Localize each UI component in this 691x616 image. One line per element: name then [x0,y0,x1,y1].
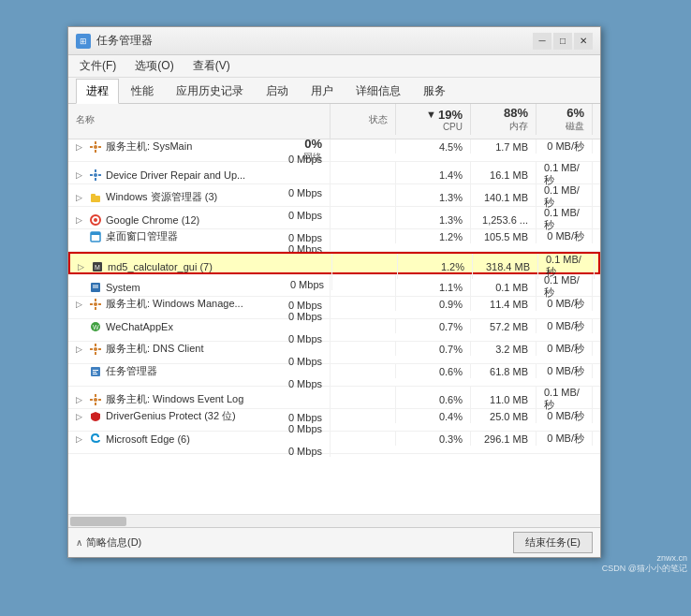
process-status-cell [331,432,396,446]
svg-point-27 [94,347,97,351]
svg-text:W: W [93,324,99,330]
col-memory-header[interactable]: 88% 内存 [471,104,537,135]
process-icon: M [91,260,104,273]
col-status-label: 状态 [369,113,388,126]
process-disk-cell: 0 MB/秒 [537,364,593,378]
process-name: 桌面窗口管理器 [106,229,178,243]
process-status-cell [331,184,396,210]
process-memory-cell: 1,253.6 ... [471,207,537,232]
col-name-header[interactable]: 名称 [68,104,331,135]
menu-file[interactable]: 文件(F) [76,57,120,75]
process-cpu-cell: 1.2% [396,229,471,243]
process-name-cell: ▷ Google Chrome (12) [68,207,331,232]
table-row[interactable]: 桌面窗口管理器 1.2% 105.5 MB 0 MB/秒 0 Mbps [68,229,600,252]
bottom-bar: ∧ 简略信息(D) 结束任务(E) [68,527,600,557]
table-row[interactable]: ▷ Microsoft Edge (6) 0.3% 296.1 MB 0 MB/… [68,432,600,454]
close-button[interactable]: ✕ [574,33,593,50]
expand-arrow[interactable]: ▷ [76,345,85,354]
process-disk: 0.1 MB/秒 [544,162,584,187]
process-cpu-cell: 4.5% [396,139,471,154]
expand-arrow[interactable]: ▷ [76,215,85,225]
expand-arrow[interactable]: ▷ [76,193,85,202]
process-disk: 0.1 MB/秒 [544,207,584,232]
process-disk-cell: 0.1 MB/秒 [537,387,593,412]
expand-arrow[interactable]: ▷ [78,262,87,271]
process-icon: W [89,320,102,333]
tab-users[interactable]: 用户 [301,79,344,103]
process-cpu: 1.2% [441,261,464,272]
svg-rect-28 [95,344,96,346]
process-memory: 11.4 MB [490,299,528,310]
expand-arrow[interactable]: ▷ [76,142,85,152]
expand-arrow[interactable]: ▷ [76,395,85,404]
table-row[interactable]: 任务管理器 0.6% 61.8 MB 0 MB/秒 0 Mbps [68,364,600,387]
svg-rect-23 [90,303,93,305]
process-memory: 140.1 MB [484,192,528,203]
svg-rect-35 [93,374,97,374]
svg-rect-4 [98,146,101,148]
process-memory-cell: 318.4 MB [473,254,538,279]
svg-point-5 [94,173,97,177]
svg-rect-30 [90,348,93,350]
table-row[interactable]: ▷ M md5_calculator_gui (7) 1.2% 318.4 MB… [68,252,600,274]
process-disk: 0 MB/秒 [547,432,584,446]
process-disk-cell: 0.1 MB/秒 [537,162,593,187]
process-disk: 0 MB/秒 [547,139,584,154]
window-title: 任务管理器 [96,33,153,49]
expand-arrow[interactable]: ▷ [76,412,85,421]
process-icon [89,410,102,423]
process-list[interactable]: ▷ 服务主机: SysMain 4.5% 1.7 MB 0 MB/秒 0 Mbp… [68,139,600,514]
process-memory: 11.0 MB [490,394,528,405]
table-row[interactable]: W WeChatAppEx 0.7% 57.2 MB 0 MB/秒 0 Mbps [68,319,600,342]
process-status-cell [331,319,396,333]
table-row[interactable]: ▷ Windows 资源管理器 (3) 1.3% 140.1 MB 0.1 MB… [68,184,600,207]
svg-point-20 [94,302,97,306]
menu-options[interactable]: 选项(O) [131,57,177,75]
process-status-cell [331,162,396,187]
table-row[interactable]: ▷ 服务主机: Windows Manage... 0.9% 11.4 MB 0… [68,297,600,319]
tab-performance[interactable]: 性能 [121,79,164,103]
summary-info[interactable]: ∧ 简略信息(D) [76,535,141,550]
table-row[interactable]: ▷ Google Chrome (12) 1.3% 1,253.6 ... 0.… [68,207,600,229]
summary-label: 简略信息(D) [86,535,141,550]
menu-view[interactable]: 查看(V) [189,57,234,75]
maximize-button[interactable]: □ [553,33,572,50]
process-disk-cell: 0 MB/秒 [537,342,593,356]
title-controls: ─ □ ✕ [533,33,593,50]
svg-rect-8 [90,174,93,176]
scroll-thumb[interactable] [70,517,126,526]
svg-rect-3 [90,146,93,148]
tab-startup[interactable]: 启动 [256,79,299,103]
process-name-cell: ▷ Windows 资源管理器 (3) [68,184,331,210]
horizontal-scrollbar[interactable] [68,514,600,527]
memory-label: 内存 [509,120,528,133]
svg-rect-9 [98,174,101,176]
table-row[interactable]: ▷ 服务主机: Windows Event Log 0.6% 11.0 MB 0… [68,387,600,409]
tab-processes[interactable]: 进程 [76,79,119,104]
col-status-header[interactable]: 状态 [331,104,396,135]
end-task-button[interactable]: 结束任务(E) [513,532,593,553]
tab-services[interactable]: 服务 [413,79,456,103]
svg-rect-2 [95,150,96,153]
process-icon [89,140,102,154]
tab-app-history[interactable]: 应用历史记录 [166,79,254,103]
table-row[interactable]: ▷ 服务主机: DNS Client 0.7% 3.2 MB 0 MB/秒 0 … [68,342,600,364]
table-row[interactable]: ▷ DriverGenius Protect (32 位) 0.4% 25.0 … [68,409,600,432]
process-disk-cell: 0 MB/秒 [537,409,593,423]
expand-arrow[interactable]: ▷ [76,170,85,180]
table-row[interactable]: ▷ 服务主机: SysMain 4.5% 1.7 MB 0 MB/秒 0 Mbp… [68,139,600,162]
expand-arrow[interactable]: ▷ [76,300,85,309]
col-disk-header[interactable]: 6% 磁盘 [537,104,593,135]
process-name: DriverGenius Protect (32 位) [106,409,236,423]
svg-rect-21 [95,299,96,301]
svg-rect-33 [93,370,98,371]
table-row[interactable]: ▷ Device Driver Repair and Up... 1.4% 16… [68,162,600,184]
tab-details[interactable]: 详细信息 [346,79,411,103]
process-cpu: 0.6% [439,366,463,377]
process-name: Google Chrome (12) [106,214,199,226]
expand-arrow[interactable]: ▷ [76,434,85,444]
title-bar-left: ⊞ 任务管理器 [76,33,153,49]
col-cpu-header[interactable]: ▼ 19% CPU [396,104,471,135]
minimize-button[interactable]: ─ [533,33,551,50]
process-disk: 0 MB/秒 [547,342,584,356]
